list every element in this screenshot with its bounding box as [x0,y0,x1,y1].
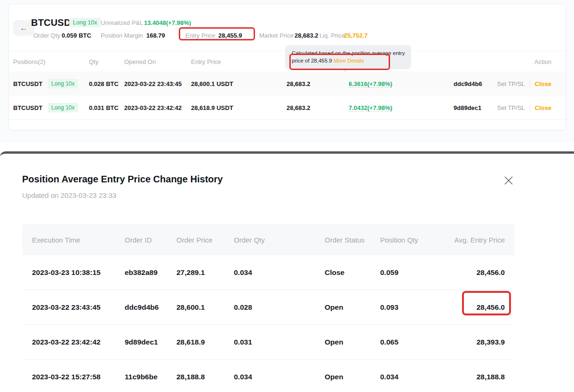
page-gap-strip [0,142,574,151]
more-details-link[interactable]: More Details [334,58,364,63]
row-symbol-cell: BTCUSDT Long 10x [13,79,78,88]
header-order-id: Order ID [125,236,152,244]
cell-order-qty: 0.031 [234,338,252,346]
header-order-status: Order Status [325,236,365,244]
entry-price-label: Entry Price [185,32,215,39]
cell-order-status: Open [325,338,343,346]
unrealized-pnl-value: 13.4048(+7.98%) [144,19,191,26]
cell-order-id: eb382a89 [125,268,158,277]
row-market-price: 28,683.2 [287,80,311,87]
history-row-4: 2023-03-22 15:27:58 11c9b6be 28,188.8 0.… [22,360,514,392]
cell-order-price: 28,618.9 [176,338,205,346]
cell-order-price: 28,188.8 [176,373,205,381]
entry-price-history-modal: Position Average Entry Price Change Hist… [0,151,574,392]
liq-price-label: Liq. Price [319,32,345,39]
close-position-button[interactable]: Close [535,104,551,111]
close-position-button[interactable]: Close [535,80,551,87]
cell-execution-time: 2023-03-22 23:43:45 [32,303,101,312]
header-order-price: Order Price [176,236,213,244]
entry-price-tooltip: Calculated based on the position average… [285,45,411,69]
tooltip-line-2: price of 28,455.9 More Details [292,57,405,64]
cell-position-qty: 0.093 [380,303,399,312]
action-divider [530,104,530,111]
row-order-id: 9d89dec1 [454,104,481,111]
row-qty: 0.028 BTC [89,80,119,87]
header-opened-on: Opened On [124,58,156,65]
cell-order-price: 28,600.1 [176,303,205,312]
row-leverage-badge: Long 10x [48,103,78,112]
row-entry-price: 28,600.1 USDT [191,80,233,87]
row-market-price: 28,683.2 [287,104,311,111]
cell-execution-time: 2023-03-22 15:27:58 [32,373,101,381]
cell-position-qty: 0.065 [380,338,399,346]
history-row-3: 2023-03-22 23:42:42 9d89dec1 28,618.9 0.… [22,325,514,360]
header-position-qty: Position Qty [380,236,418,244]
cell-order-qty: 0.034 [234,268,252,277]
entry-price-value: 28,455.9 [218,32,242,39]
cell-order-id: 11c9b6be [125,373,158,381]
position-margin-value: 168.79 [146,32,165,39]
cell-order-id: 9d89dec1 [125,338,158,346]
cell-order-qty: 0.028 [234,303,252,312]
header-avg-entry-price: Avg. Entry Price [454,236,505,244]
position-margin-label: Position Margin [101,32,143,39]
history-table: Execution Time Order ID Order Price Orde… [22,224,514,392]
row-leverage-badge: Long 10x [48,79,78,88]
header-execution-time: Execution Time [32,236,80,244]
row-opened-on: 2023-03-22 23:43:45 [124,80,182,87]
tooltip-arrow [342,69,349,72]
modal-close-button[interactable] [502,173,516,188]
modal-updated-timestamp: Updated on 2023-03-23 23:33 [22,191,116,199]
market-price-label: Market Price [259,32,294,39]
header-qty: Qty [89,58,98,65]
cell-execution-time: 2023-03-23 10:38:15 [32,268,101,277]
history-table-header: Execution Time Order ID Order Price Orde… [22,224,514,255]
row-symbol: BTCUSDT [13,80,42,87]
position-stats-row: Order Qty 0.059 BTC Position Margin 168.… [9,31,566,39]
order-qty-value: 0.059 BTC [62,32,91,39]
row-qty: 0.031 BTC [89,104,119,111]
close-icon [503,175,514,186]
cell-order-status: Open [325,373,343,381]
cell-order-status: Open [325,303,343,312]
cell-avg-entry-price: 28,188.8 [477,373,505,381]
header-order-qty: Order Qty [234,236,265,244]
header-positions: Positions(2) [13,58,46,65]
header-entry-price: Entry Price [191,58,221,65]
cell-order-qty: 0.034 [234,373,252,381]
row-unrealized-pnl[interactable]: 7.0432(+7.98%) [349,104,392,111]
row-symbol: BTCUSDT [13,104,42,111]
cell-position-qty: 0.059 [380,268,399,277]
row-unrealized-pnl[interactable]: 6.3616(+7.98%) [349,80,392,87]
leverage-badge: Long 10x [69,18,101,27]
history-row-1: 2023-03-23 10:38:15 eb382a89 27,289.1 0.… [22,255,514,290]
history-row-2: 2023-03-22 23:43:45 ddc9d4b6 28,600.1 0.… [22,290,514,325]
row-actions: Set TP/SL Close [497,80,551,87]
row-order-id: ddc9d4b6 [454,80,482,87]
row-actions: Set TP/SL Close [497,104,551,111]
cell-position-qty: 0.034 [380,373,399,381]
tooltip-line-2-text: price of 28,455.9 [292,58,334,63]
row-opened-on: 2023-03-22 23:42:42 [124,104,182,111]
cell-avg-entry-price: 28,393.9 [477,338,505,346]
liq-price-value: 25,752.7 [344,32,368,39]
action-divider [530,80,530,87]
position-header-row: BTCUSDT Long 10x Unrealized P&L 13.4048(… [9,16,566,30]
order-qty-label: Order Qty [33,32,60,39]
market-price-value: 28,683.2 [295,32,319,39]
header-action: Action [534,58,551,65]
modal-title: Position Average Entry Price Change Hist… [22,174,223,185]
position-row-1: BTCUSDT Long 10x 0.028 BTC 2023-03-22 23… [9,71,566,96]
row-entry-price: 28,618.9 USDT [191,104,233,111]
cell-avg-entry-price: 28,456.0 [477,303,505,312]
cell-avg-entry-price: 28,456.0 [477,268,505,277]
set-tpsl-button[interactable]: Set TP/SL [497,80,525,87]
cell-execution-time: 2023-03-22 23:42:42 [32,338,101,346]
set-tpsl-button[interactable]: Set TP/SL [497,104,525,111]
position-row-2: BTCUSDT Long 10x 0.031 BTC 2023-03-22 23… [9,96,566,120]
cell-order-status: Close [325,268,344,277]
cell-order-price: 27,289.1 [176,268,205,277]
row-symbol-cell: BTCUSDT Long 10x [13,103,78,112]
cell-order-id: ddc9d4b6 [125,303,159,312]
tooltip-line-1: Calculated based on the position average… [292,49,405,57]
